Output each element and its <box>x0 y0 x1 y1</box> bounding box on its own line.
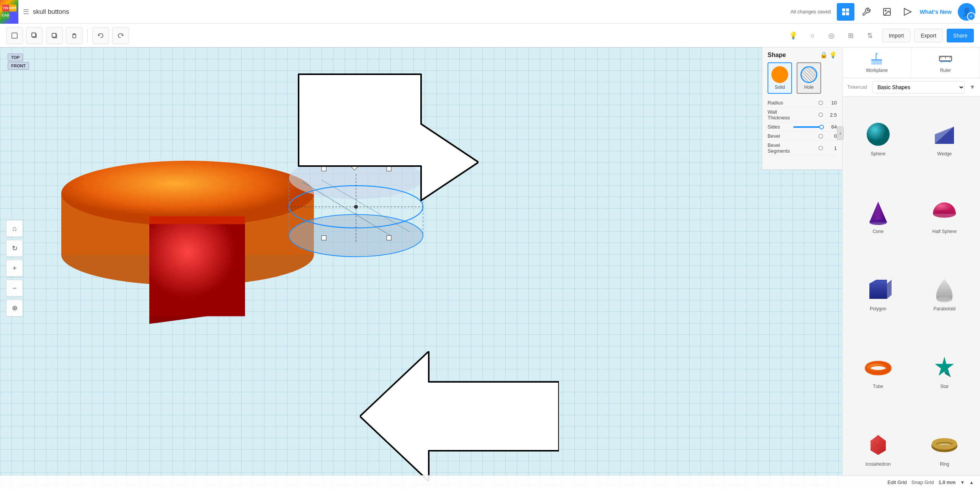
redo-button[interactable] <box>112 27 129 44</box>
solid-button[interactable]: Solid <box>768 62 792 94</box>
ring-label: Ring <box>940 461 949 467</box>
svg-point-73 <box>937 297 952 302</box>
icosahedron-icon <box>863 429 893 460</box>
gallery-btn[interactable] <box>878 3 896 21</box>
view-cube-front[interactable]: FRONT <box>8 62 29 70</box>
import-button[interactable]: Import <box>882 29 910 42</box>
project-name[interactable]: skull buttons <box>33 8 69 16</box>
home-view-btn[interactable]: ⌂ <box>6 220 23 237</box>
workplane-button[interactable]: Workplane <box>843 47 911 78</box>
grid-view-btn[interactable] <box>837 3 854 21</box>
shape-cone-item[interactable]: Cone <box>846 178 911 254</box>
svg-rect-9 <box>32 33 36 37</box>
left-controls: ⌂ ↻ + − ⊕ <box>6 220 23 316</box>
svg-marker-19 <box>149 224 245 316</box>
shape-panel: Shape 🔒 💡 Solid Hole Radius 10 WallThick… <box>762 47 842 170</box>
shape-icosahedron-item[interactable]: Icosahedron <box>846 410 911 486</box>
svg-rect-70 <box>869 284 887 299</box>
paraboloid-label: Paraboloid <box>934 306 956 311</box>
shape-lock-btn[interactable]: 🔒 <box>820 51 828 59</box>
tinker-btn[interactable] <box>858 3 875 21</box>
bottombar: Edit Grid Snap Grid 1.0 mm ▼ ▲ <box>0 475 980 489</box>
tube-icon <box>863 352 893 382</box>
circle2-view-btn[interactable]: ◎ <box>823 27 840 44</box>
svg-marker-44 <box>875 52 878 54</box>
zoom-in-btn[interactable]: + <box>6 260 23 277</box>
snap-grid-up[interactable]: ▲ <box>969 480 974 485</box>
hole-label: Hole <box>804 85 814 90</box>
wall-thickness-dot[interactable] <box>818 112 823 117</box>
fit-btn[interactable]: ⊕ <box>6 300 23 316</box>
zoom-out-btn[interactable]: − <box>6 280 23 297</box>
shape-tube-item[interactable]: Tube <box>846 333 911 409</box>
svg-marker-6 <box>904 8 911 15</box>
topbar: TIN KER CAD ☰ skull buttons All changes … <box>0 0 980 24</box>
svg-marker-76 <box>935 357 954 376</box>
menu-icon[interactable]: ☰ <box>23 8 29 16</box>
shape-sphere-item[interactable]: Sphere <box>846 100 911 176</box>
shape-panel-collapse[interactable]: › <box>837 126 844 140</box>
snap-grid-down[interactable]: ▼ <box>960 480 965 485</box>
svg-point-29 <box>354 205 358 209</box>
view-cube-top[interactable]: TOP <box>8 54 23 61</box>
light-view-btn[interactable]: 💡 <box>785 27 802 44</box>
svg-point-5 <box>885 10 886 11</box>
svg-point-75 <box>867 363 889 373</box>
share-button[interactable]: Share <box>947 29 974 42</box>
edit-grid-button[interactable]: Edit Grid <box>887 479 907 485</box>
svg-rect-3 <box>846 12 849 15</box>
svg-rect-33 <box>387 166 391 171</box>
shape-halfsphere-item[interactable]: Half Sphere <box>912 178 977 254</box>
export-button[interactable]: Export <box>914 29 942 42</box>
ruler-icon <box>939 52 952 66</box>
shape-light-btn[interactable]: 💡 <box>829 51 837 59</box>
duplicate-button[interactable] <box>46 27 63 44</box>
logo-ker: KER <box>10 5 16 11</box>
wedge-label: Wedge <box>937 151 952 156</box>
canvas-area[interactable]: TOP FRONT ⌂ ↻ + − ⊕ <box>0 47 842 489</box>
sides-slider[interactable] <box>793 126 824 128</box>
snap-grid-label: Snap Grid <box>911 479 934 485</box>
tube-label: Tube <box>873 384 883 389</box>
halfsphere-icon <box>929 197 960 227</box>
hole-button[interactable]: Hole <box>797 62 821 94</box>
star-label: Star <box>940 384 949 389</box>
saved-status: All changes saved <box>791 9 831 15</box>
radius-dot[interactable] <box>818 101 823 105</box>
topbar-nav-icons <box>837 3 916 21</box>
shape-paraboloid-item[interactable]: Paraboloid <box>912 255 977 331</box>
shape-polygon-item[interactable]: Polygon <box>846 255 911 331</box>
grid-view2-btn[interactable]: ⊞ <box>842 27 859 44</box>
svg-marker-78 <box>871 435 886 455</box>
svg-rect-32 <box>322 166 326 171</box>
library-expand-icon[interactable]: ▼ <box>969 84 975 91</box>
circle-view-btn[interactable]: ○ <box>804 27 821 44</box>
whats-new-button[interactable]: What's New <box>920 8 952 15</box>
bevel-segments-param: BevelSegments 1 <box>768 141 837 156</box>
bevel-dot[interactable] <box>818 134 823 139</box>
svg-point-17 <box>61 161 314 226</box>
tinkercad-label: Tinkercad <box>847 85 867 90</box>
svg-point-68 <box>869 220 887 225</box>
svg-rect-1 <box>846 8 849 11</box>
orbit-btn[interactable]: ↻ <box>6 240 23 257</box>
params-list: Radius 10 WallThickness 2.5 Sides 64 <box>768 98 837 156</box>
halfsphere-label: Half Sphere <box>933 229 957 234</box>
bevel-param: Bevel 0 <box>768 132 837 141</box>
simulation-btn[interactable] <box>899 3 916 21</box>
toolbar-divider <box>87 29 88 42</box>
undo-button[interactable] <box>92 27 109 44</box>
user-button[interactable]: 👤 + <box>958 3 975 21</box>
copy-button[interactable] <box>26 27 43 44</box>
svg-marker-72 <box>887 280 892 299</box>
mirror-btn[interactable]: ⇅ <box>861 27 878 44</box>
bevel-segments-dot[interactable] <box>818 146 823 150</box>
new-design-button[interactable] <box>6 27 23 44</box>
shape-ring-item[interactable]: Ring <box>912 410 977 486</box>
shape-star-item[interactable]: Star <box>912 333 977 409</box>
ruler-button[interactable]: Ruler <box>911 47 980 78</box>
solid-label: Solid <box>775 85 785 90</box>
delete-button[interactable] <box>66 27 83 44</box>
library-selector[interactable]: Basic Shapes Text and Numbers Connectors <box>872 81 965 93</box>
shape-wedge-item[interactable]: Wedge <box>912 100 977 176</box>
